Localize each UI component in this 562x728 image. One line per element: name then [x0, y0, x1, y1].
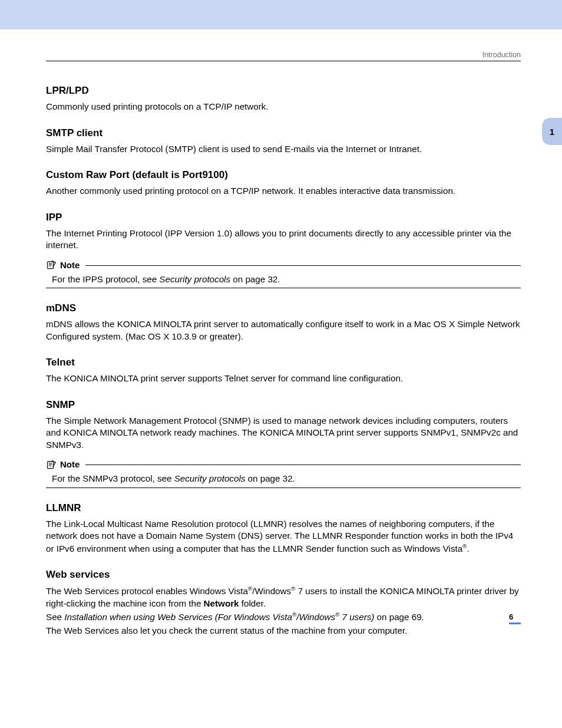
header-rule	[46, 61, 521, 61]
note-snmp: Note For the SNMPv3 protocol, see Securi…	[46, 459, 521, 488]
heading-snmp: SNMP	[46, 399, 521, 411]
body-smtp: Simple Mail Transfer Protocol (SMTP) cli…	[46, 143, 521, 156]
body-mdns: mDNS allows the KONICA MINOLTA print ser…	[46, 318, 521, 342]
note-icon	[46, 260, 57, 269]
svg-rect-4	[47, 462, 53, 469]
note-label: Note	[60, 459, 80, 469]
body-ipp: The Internet Printing Protocol (IPP Vers…	[46, 228, 521, 252]
body-lpr: Commonly used printing protocols on a TC…	[46, 101, 521, 113]
heading-lpr: LPR/LPD	[46, 85, 521, 97]
running-header: Introduction	[46, 51, 521, 59]
heading-ipp: IPP	[46, 212, 521, 223]
body-rawport: Another commonly used printing protocol …	[46, 185, 521, 197]
link-security-protocols[interactable]: Security protocols	[159, 274, 230, 284]
svg-rect-0	[47, 262, 53, 269]
heading-webservices: Web services	[46, 569, 521, 581]
note-label: Note	[60, 260, 80, 270]
body-llmnr: The Link-Local Multicast Name Resolution…	[46, 518, 521, 555]
note-rule-top	[85, 265, 521, 266]
top-banner	[0, 0, 562, 29]
chapter-tab: 1	[542, 118, 562, 145]
body-webservices-3: The Web Services also let you check the …	[46, 625, 521, 637]
heading-smtp: SMTP client	[46, 127, 521, 139]
heading-llmnr: LLMNR	[46, 502, 521, 514]
link-installation-webservices[interactable]: Installation when using Web Services (Fo…	[64, 612, 374, 622]
note-rule-bottom	[46, 288, 521, 288]
note-rule-top	[85, 465, 521, 465]
chapter-number: 1	[550, 127, 554, 137]
link-security-protocols[interactable]: Security protocols	[174, 473, 246, 483]
note-rule-bottom	[46, 487, 521, 488]
note-text-snmp: For the SNMPv3 protocol, see Security pr…	[52, 473, 521, 485]
note-text-ipp: For the IPPS protocol, see Security prot…	[52, 274, 521, 286]
body-webservices-2: See Installation when using Web Services…	[46, 611, 521, 624]
network-folder-label: Network	[204, 598, 239, 608]
note-ipp: Note For the IPPS protocol, see Security…	[46, 260, 521, 289]
note-icon	[46, 460, 57, 469]
page-number: 6	[509, 612, 521, 624]
heading-rawport: Custom Raw Port (default is Port9100)	[46, 169, 521, 181]
heading-telnet: Telnet	[46, 357, 521, 368]
body-snmp: The Simple Network Management Protocol (…	[46, 415, 521, 452]
body-webservices-1: The Web Services protocol enables Window…	[46, 585, 521, 610]
heading-mdns: mDNS	[46, 302, 521, 314]
page-content: LPR/LPD Commonly used printing protocols…	[46, 85, 521, 637]
body-telnet: The KONICA MINOLTA print server supports…	[46, 373, 521, 385]
